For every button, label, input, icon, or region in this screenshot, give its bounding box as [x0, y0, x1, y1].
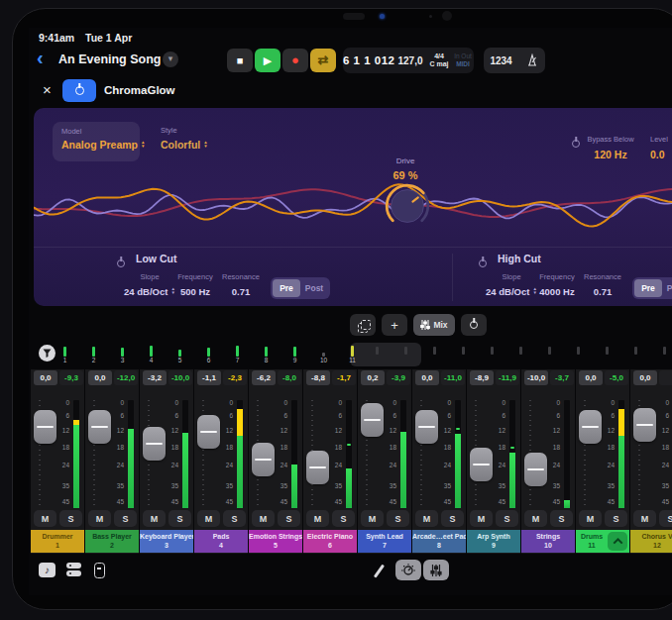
track-name-cell[interactable]: Drummer1	[31, 530, 84, 553]
fader-value[interactable]: -8,9	[470, 370, 494, 385]
record-button[interactable]: ●	[282, 49, 308, 72]
key-signature-display[interactable]: 4/4 C maj	[426, 52, 452, 67]
fader-value[interactable]: -6,2	[252, 370, 276, 385]
track-name-cell[interactable]: Bass Player2	[85, 530, 139, 553]
fader-value[interactable]: 0,0	[579, 370, 603, 385]
model-selector[interactable]: Model Analog Preamp▲▼	[53, 122, 140, 161]
channel-strip-button[interactable]	[94, 563, 105, 578]
fader-handle[interactable]	[34, 410, 56, 444]
metronome-icon[interactable]	[525, 53, 539, 67]
mute-button[interactable]: M	[579, 510, 602, 527]
tempo-display[interactable]: 127,0	[394, 55, 426, 66]
fader-handle[interactable]	[88, 410, 111, 444]
mute-button[interactable]: M	[143, 510, 166, 527]
mute-button[interactable]: M	[34, 510, 56, 527]
duplicate-button[interactable]	[350, 314, 376, 336]
browser-button[interactable]: ♪	[39, 563, 56, 577]
pre-button[interactable]: Pre	[273, 279, 300, 297]
fader-handle[interactable]	[633, 408, 656, 442]
solo-button[interactable]: S	[605, 510, 627, 527]
track-name-cell[interactable]: Arcade…eet Pad8	[412, 530, 466, 553]
stop-button[interactable]: ■	[227, 49, 253, 72]
plugin-power-button[interactable]	[62, 79, 96, 102]
peak-value[interactable]: -3,7	[550, 370, 574, 385]
collapse-track-button[interactable]	[608, 532, 627, 551]
overview-viewport-window[interactable]	[350, 343, 421, 366]
fader-handle[interactable]	[197, 415, 220, 449]
fader-handle[interactable]	[306, 451, 329, 484]
high-cut-power-icon[interactable]	[479, 254, 487, 271]
peak-value[interactable]: -9,3	[59, 370, 83, 385]
mix-view-button[interactable]: Mix	[413, 314, 455, 336]
plugins-button[interactable]	[66, 563, 82, 577]
post-button[interactable]: Post	[662, 279, 672, 297]
solo-button[interactable]: S	[441, 510, 464, 527]
track-name-cell[interactable]: Drums11	[576, 530, 629, 553]
mute-button[interactable]: M	[361, 510, 384, 527]
lcd-display[interactable]: 6 1 1 012 127,0 4/4 C maj In Out MIDI	[343, 48, 474, 73]
peak-value[interactable]: -5,0	[605, 370, 628, 385]
track-name-cell[interactable]: Chorus V12	[630, 530, 672, 553]
mute-button[interactable]: M	[252, 510, 275, 527]
fader-handle[interactable]	[143, 427, 166, 461]
fader-value[interactable]: 0,0	[415, 370, 439, 385]
count-in-button[interactable]: 1234	[490, 55, 511, 66]
fader-value[interactable]: -3,2	[143, 370, 167, 385]
style-selector[interactable]: Style Colorful▲▼	[161, 126, 208, 153]
back-chevron-icon[interactable]: ‹	[37, 47, 44, 69]
low-cut-power-icon[interactable]	[117, 254, 125, 271]
solo-button[interactable]: S	[387, 510, 409, 527]
mute-button[interactable]: M	[633, 510, 656, 527]
fader-value[interactable]: 0,2	[361, 370, 385, 385]
mixer-power-button[interactable]	[461, 314, 487, 336]
solo-button[interactable]: S	[550, 510, 573, 527]
mute-button[interactable]: M	[470, 510, 493, 527]
peak-value[interactable]: -3,9	[387, 370, 410, 385]
mute-button[interactable]: M	[415, 510, 438, 527]
track-name-cell[interactable]: Pads4	[194, 530, 248, 553]
drive-knob[interactable]	[382, 180, 433, 232]
controls-view-button[interactable]	[395, 560, 421, 580]
peak-value[interactable]	[659, 370, 672, 385]
song-menu-button[interactable]: ▾	[163, 52, 178, 67]
peak-value[interactable]: -12,0	[114, 370, 138, 385]
bypass-below-control[interactable]: Bypass Below 120 Hz	[578, 128, 643, 160]
solo-button[interactable]: S	[659, 510, 672, 527]
track-name-cell[interactable]: Electric Piano6	[303, 530, 357, 553]
high-cut-resonance[interactable]: Resonance0.71	[572, 272, 633, 299]
solo-button[interactable]: S	[168, 510, 191, 527]
track-name-cell[interactable]: Strings10	[521, 530, 575, 553]
close-icon[interactable]: ×	[43, 81, 52, 98]
track-overview-strip[interactable]: 1234567891011	[29, 343, 672, 368]
mixer-view-button[interactable]	[423, 560, 449, 580]
pre-button[interactable]: Pre	[634, 279, 662, 297]
add-track-button[interactable]: +	[382, 314, 407, 336]
filter-button[interactable]	[39, 345, 56, 362]
peak-value[interactable]: -1,7	[332, 370, 356, 385]
fader-handle[interactable]	[470, 448, 493, 481]
solo-button[interactable]: S	[496, 510, 518, 527]
peak-value[interactable]: -8,0	[278, 370, 301, 385]
solo-button[interactable]: S	[332, 510, 355, 527]
solo-button[interactable]: S	[223, 510, 246, 527]
fader-handle[interactable]	[579, 410, 602, 444]
fader-handle[interactable]	[524, 453, 547, 486]
fader-value[interactable]: -8,8	[306, 370, 330, 385]
mute-button[interactable]: M	[524, 510, 547, 527]
track-name-cell[interactable]: Emotion Strings5	[249, 530, 302, 553]
fader-value[interactable]: 0,0	[34, 370, 57, 385]
play-button[interactable]: ▶	[255, 49, 280, 72]
peak-value[interactable]: -2,3	[223, 370, 247, 385]
fader-handle[interactable]	[415, 410, 438, 444]
playhead-position[interactable]: 6 1 1 012	[343, 54, 394, 66]
mute-button[interactable]: M	[88, 510, 111, 527]
track-name-cell[interactable]: Keyboard Player3	[140, 530, 193, 553]
mute-button[interactable]: M	[306, 510, 329, 527]
low-cut-resonance[interactable]: Resonance0.71	[210, 272, 272, 299]
solo-button[interactable]: S	[114, 510, 137, 527]
post-button[interactable]: Post	[300, 279, 328, 297]
peak-value[interactable]: -11,9	[496, 370, 519, 385]
mute-button[interactable]: M	[197, 510, 220, 527]
pencil-icon[interactable]	[374, 565, 385, 578]
fader-handle[interactable]	[361, 403, 384, 437]
